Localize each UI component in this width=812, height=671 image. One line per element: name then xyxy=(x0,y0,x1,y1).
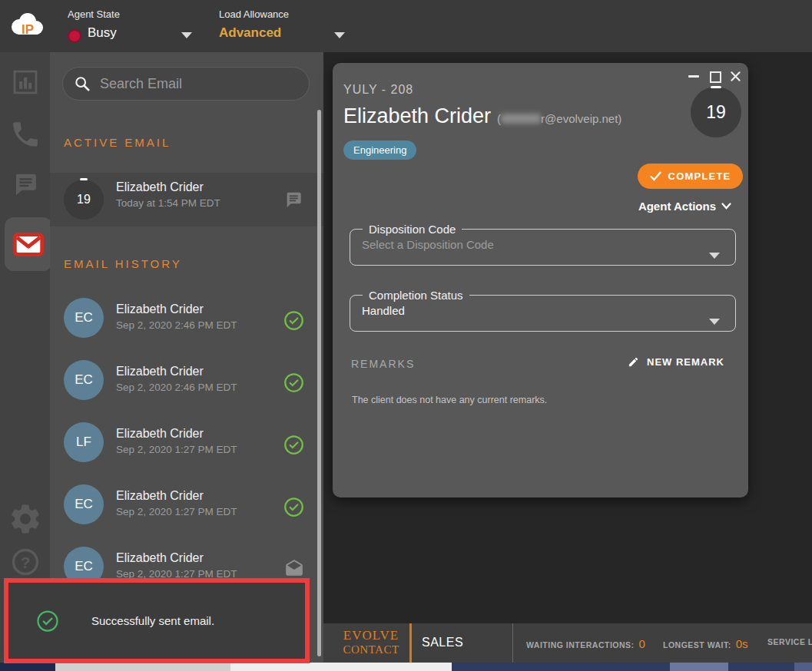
evolveip-cloud-logo: IP xyxy=(6,10,49,42)
chat-icon xyxy=(10,169,41,200)
avatar: LF xyxy=(64,422,104,462)
sidebar-nav: ? xyxy=(0,52,50,663)
sidebar-item-email-active[interactable] xyxy=(5,217,52,271)
check-icon xyxy=(650,171,661,181)
contact-time: Sep 2, 2020 1:27 PM EDT xyxy=(116,444,237,455)
email-detail-window: YULY - 208 Elizabeth Crider(r@evolveip.n… xyxy=(333,63,748,497)
avatar: EC xyxy=(64,360,104,400)
sidebar-item-calls[interactable] xyxy=(0,118,50,150)
busy-status-dot xyxy=(68,29,81,43)
pencil-icon xyxy=(628,356,639,368)
contact-time: Sep 2, 2020 1:27 PM EDT xyxy=(116,506,237,517)
background-window-strip xyxy=(794,663,812,671)
avatar: EC xyxy=(64,298,104,338)
contact-name: Elizabeth Crider xyxy=(116,551,204,565)
new-remark-button[interactable]: NEW REMARK xyxy=(628,356,724,368)
sidebar-item-chat[interactable] xyxy=(0,169,50,200)
completion-status-value: Handled xyxy=(362,304,735,317)
remark-bubble-icon[interactable] xyxy=(283,189,304,213)
active-email-item[interactable]: 19 Elizabeth Crider Today at 1:54 PM EDT xyxy=(50,173,323,226)
interaction-timer-badge: 19 xyxy=(691,87,741,137)
completed-icon xyxy=(283,435,304,458)
contact-time: Sep 2, 2020 2:46 PM EDT xyxy=(116,382,237,393)
search-email-input[interactable] xyxy=(98,75,298,93)
background-window-strip xyxy=(55,663,230,671)
svg-text:IP: IP xyxy=(22,22,34,37)
completion-status-select[interactable]: Completion Status Handled xyxy=(350,289,736,332)
sidebar-item-help[interactable]: ? xyxy=(0,547,50,577)
business-process-name: SALES xyxy=(422,636,463,650)
disposition-code-select[interactable]: Disposition Code Select a Disposition Co… xyxy=(350,223,736,266)
email-history-header: EMAIL HISTORY xyxy=(64,257,182,270)
evolve-contact-logo: EVOLVE CONTACT xyxy=(333,628,409,656)
email-list-scrollbar[interactable] xyxy=(317,110,321,656)
toast-notification: Successfully sent email. xyxy=(4,578,310,663)
email-history-item[interactable]: EC Elizabeth Crider Sep 2, 2020 2:46 PM … xyxy=(50,290,323,352)
agent-desktop-app: IP Agent State Busy Load Allowance Advan… xyxy=(0,0,812,671)
chevron-down-icon xyxy=(721,203,731,210)
contact-name: Elizabeth Crider xyxy=(116,427,204,441)
progress-notch xyxy=(80,178,88,180)
reports-icon xyxy=(11,68,40,97)
dropdown-caret-icon[interactable] xyxy=(709,253,720,259)
sidebar-item-settings[interactable] xyxy=(0,501,50,537)
email-list-panel: ACTIVE EMAIL 19 Elizabeth Crider Today a… xyxy=(50,52,323,663)
settings-gear-icon xyxy=(8,501,43,537)
completion-status-label: Completion Status xyxy=(363,289,469,302)
brand-divider xyxy=(409,623,412,663)
disposition-code-value: Select a Disposition Code xyxy=(362,238,735,251)
remarks-empty-text: The client does not have any current rem… xyxy=(352,395,547,405)
client-email-domain: r@evolveip.net) xyxy=(541,112,621,125)
top-bar: IP Agent State Busy Load Allowance Advan… xyxy=(0,0,812,52)
load-allowance-value[interactable]: Advanced xyxy=(219,25,281,41)
complete-button[interactable]: COMPLETE xyxy=(638,164,743,189)
contact-time: Sep 2, 2020 2:46 PM EDT xyxy=(116,319,237,331)
svg-text:?: ? xyxy=(20,554,30,571)
success-check-icon xyxy=(36,610,59,633)
agent-state-value[interactable]: Busy xyxy=(88,25,117,41)
dropdown-caret-icon[interactable] xyxy=(709,319,720,325)
agent-state-caret-icon[interactable] xyxy=(181,32,192,38)
stat-longest-wait: LONGEST WAIT: 0s xyxy=(663,637,748,650)
email-history-item[interactable]: EC Elizabeth Crider Sep 2, 2020 1:27 PM … xyxy=(50,477,323,539)
load-allowance-caret-icon[interactable] xyxy=(334,32,345,38)
client-name-line: Elizabeth Crider(r@evolveip.net) xyxy=(343,104,621,128)
calls-icon xyxy=(9,118,41,150)
department-tag: Engineering xyxy=(343,140,416,160)
stat-waiting-interactions: WAITING INTERACTIONS: 0 xyxy=(526,637,645,650)
email-history-item[interactable]: EC Elizabeth Crider Sep 2, 2020 2:46 PM … xyxy=(50,352,323,415)
stats-divider xyxy=(512,623,513,663)
interaction-reference: YULY - 208 xyxy=(343,83,413,97)
completed-icon xyxy=(283,497,304,521)
avatar: EC xyxy=(64,484,104,524)
contact-name: Elizabeth Crider xyxy=(116,302,204,316)
bottom-status-bar: EVOLVE CONTACT SALES WAITING INTERACTION… xyxy=(323,623,812,663)
completed-icon xyxy=(283,372,304,396)
minimize-button[interactable] xyxy=(688,75,699,78)
background-window-strip xyxy=(230,663,452,671)
close-icon xyxy=(730,71,741,82)
remarks-header: REMARKS xyxy=(351,358,415,370)
email-history-item[interactable]: LF Elizabeth Crider Sep 2, 2020 1:27 PM … xyxy=(50,415,323,477)
client-name: Elizabeth Crider xyxy=(343,104,491,127)
stat-service-level: SERVICE LEV xyxy=(767,637,812,646)
active-email-header: ACTIVE EMAIL xyxy=(64,136,171,149)
background-window-strip xyxy=(670,663,728,671)
contact-time: Today at 1:54 PM EDT xyxy=(116,197,220,209)
close-button[interactable] xyxy=(730,71,741,85)
minimize-icon xyxy=(688,75,699,78)
sidebar-item-reports[interactable] xyxy=(0,68,50,97)
disposition-code-label: Disposition Code xyxy=(363,223,462,236)
contact-name: Elizabeth Crider xyxy=(116,489,204,503)
progress-notch xyxy=(711,86,721,88)
agent-actions-menu[interactable]: Agent Actions xyxy=(638,200,731,213)
background-window-strip xyxy=(452,663,670,671)
active-email-badge: 19 xyxy=(64,180,104,220)
background-window-strip xyxy=(0,663,55,671)
maximize-icon xyxy=(710,71,721,83)
completed-icon xyxy=(283,310,304,334)
help-icon: ? xyxy=(10,547,41,577)
maximize-button[interactable] xyxy=(710,71,721,83)
search-email-box[interactable] xyxy=(62,67,310,101)
contact-name: Elizabeth Crider xyxy=(116,365,204,378)
